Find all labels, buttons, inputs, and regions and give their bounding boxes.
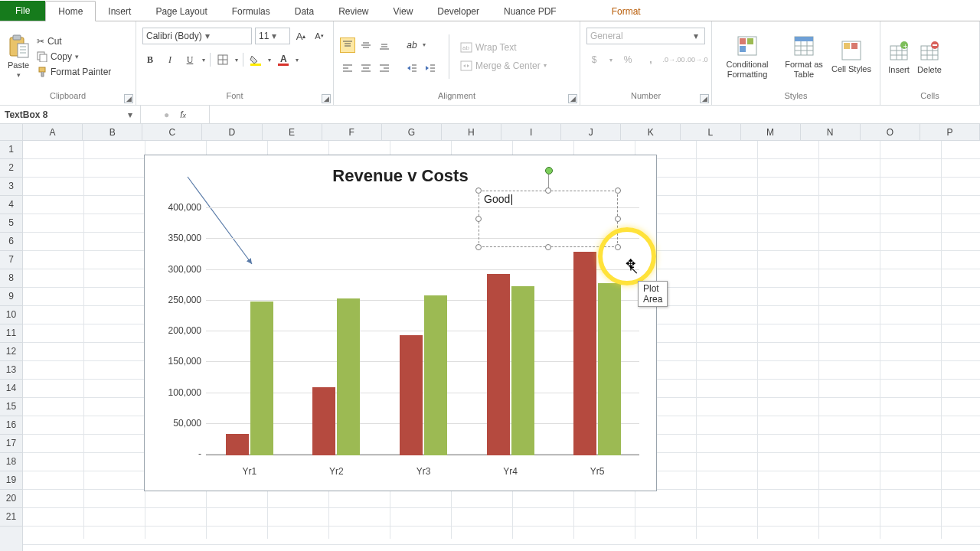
tab-nuance-pdf[interactable]: Nuance PDF (492, 2, 569, 21)
row-header[interactable]: 4 (0, 196, 22, 214)
fill-color-button[interactable] (248, 52, 263, 67)
number-launcher[interactable]: ◢ (700, 94, 709, 103)
bold-button[interactable]: B (142, 52, 158, 67)
row-header[interactable]: 1 (0, 141, 22, 159)
bar-revenue[interactable] (573, 252, 596, 455)
name-box[interactable]: TextBox 8▾ (0, 106, 141, 123)
bar-revenue[interactable] (400, 335, 423, 455)
align-bottom-button[interactable] (377, 37, 392, 53)
copy-button[interactable]: Copy ▾ (37, 51, 111, 62)
font-size-select[interactable]: 11▾ (255, 28, 290, 44)
row-header[interactable]: 19 (0, 471, 22, 490)
bar-costs[interactable] (511, 286, 534, 455)
cut-button[interactable]: ✂ Cut (37, 36, 111, 47)
worksheet[interactable]: 123456789101112131415161718192021 ABCDEF… (0, 124, 980, 551)
rotate-handle[interactable] (545, 167, 553, 174)
merge-center-button[interactable]: Merge & Center▾ (460, 60, 547, 71)
row-header[interactable]: 9 (0, 288, 22, 306)
decrease-font-button[interactable]: A▾ (312, 28, 327, 44)
resize-handle-w[interactable] (475, 216, 482, 222)
row-header[interactable]: 20 (0, 490, 22, 508)
textbox-good[interactable]: Good (479, 191, 618, 247)
bar-costs[interactable] (598, 283, 621, 455)
tab-developer[interactable]: Developer (425, 2, 492, 21)
cell-styles-button[interactable]: Cell Styles (831, 38, 871, 73)
resize-handle-e[interactable] (615, 216, 621, 222)
underline-button[interactable]: U (182, 52, 198, 67)
row-header[interactable]: 16 (0, 416, 22, 435)
row-header[interactable]: 7 (0, 251, 22, 269)
column-header[interactable]: D (202, 124, 262, 140)
row-header[interactable]: 3 (0, 178, 22, 196)
comma-button[interactable]: , (643, 52, 658, 67)
clipboard-launcher[interactable]: ◢ (124, 94, 133, 103)
row-header[interactable]: 2 (0, 159, 22, 178)
bar-costs[interactable] (337, 298, 360, 455)
wrap-text-button[interactable]: abWrap Text (460, 42, 547, 53)
increase-decimal-button[interactable]: .0→.00 (666, 52, 681, 67)
tab-file[interactable]: File (0, 1, 45, 21)
decrease-decimal-button[interactable]: .00→.0 (689, 52, 704, 67)
tab-insert[interactable]: Insert (96, 2, 143, 21)
column-header[interactable]: L (681, 124, 740, 140)
number-format-select[interactable]: General▾ (586, 28, 705, 44)
row-header[interactable]: 5 (0, 214, 22, 233)
tab-home[interactable]: Home (45, 1, 96, 21)
font-face-select[interactable]: Calibri (Body)▾ (142, 28, 252, 44)
orientation-button[interactable]: ab (404, 37, 420, 53)
row-header[interactable]: 15 (0, 398, 22, 416)
tab-formulas[interactable]: Formulas (220, 2, 283, 21)
tab-page-layout[interactable]: Page Layout (143, 2, 219, 21)
column-header[interactable]: H (442, 124, 501, 140)
align-top-button[interactable] (340, 37, 355, 53)
resize-handle-ne[interactable] (615, 187, 621, 194)
percent-button[interactable]: % (620, 52, 635, 67)
column-header[interactable]: A (23, 124, 83, 140)
column-header[interactable]: J (561, 124, 621, 140)
column-header[interactable]: M (741, 124, 801, 140)
decrease-indent-button[interactable] (404, 60, 420, 76)
row-header[interactable]: 10 (0, 306, 22, 324)
increase-font-button[interactable]: A▴ (293, 28, 309, 44)
column-header[interactable]: I (501, 124, 561, 140)
column-header[interactable]: P (920, 124, 980, 140)
bar-revenue[interactable] (312, 387, 335, 455)
resize-handle-s[interactable] (545, 244, 551, 250)
font-color-button[interactable]: A (276, 52, 291, 67)
paste-button[interactable]: Paste ▾ (6, 34, 31, 79)
row-header[interactable]: 12 (0, 343, 22, 361)
font-launcher[interactable]: ◢ (322, 94, 331, 103)
tab-view[interactable]: View (381, 2, 426, 21)
formula-input[interactable] (210, 106, 980, 123)
align-center-button[interactable] (358, 60, 374, 76)
column-header[interactable]: K (621, 124, 681, 140)
column-header[interactable]: B (83, 124, 142, 140)
borders-button[interactable] (215, 52, 230, 67)
format-as-table-button[interactable]: Format as Table (779, 34, 828, 78)
tab-data[interactable]: Data (283, 2, 326, 21)
bar-costs[interactable] (250, 302, 273, 455)
increase-indent-button[interactable] (423, 60, 438, 76)
insert-cells-button[interactable]: ＋ Insert (887, 39, 911, 74)
bar-costs[interactable] (424, 295, 447, 455)
align-right-button[interactable] (377, 60, 392, 76)
align-middle-button[interactable] (358, 37, 374, 53)
tab-review[interactable]: Review (326, 2, 381, 21)
select-all-corner[interactable] (0, 124, 22, 141)
alignment-launcher[interactable]: ◢ (568, 94, 577, 103)
bar-revenue[interactable] (226, 434, 249, 455)
delete-cells-button[interactable]: Delete (917, 39, 942, 74)
fx-icon[interactable]: fx (180, 109, 186, 120)
column-header[interactable]: F (322, 124, 382, 140)
column-header[interactable]: O (861, 124, 920, 140)
cancel-icon[interactable]: ● (164, 109, 169, 120)
row-header[interactable]: 6 (0, 233, 22, 251)
row-header[interactable]: 8 (0, 269, 22, 288)
resize-handle-sw[interactable] (475, 244, 482, 250)
italic-button[interactable]: I (162, 52, 178, 67)
conditional-formatting-button[interactable]: Conditional Formatting (718, 34, 776, 78)
column-header[interactable]: E (263, 124, 322, 140)
row-header[interactable]: 11 (0, 324, 22, 343)
column-header[interactable]: N (801, 124, 861, 140)
row-header[interactable]: 21 (0, 508, 22, 527)
